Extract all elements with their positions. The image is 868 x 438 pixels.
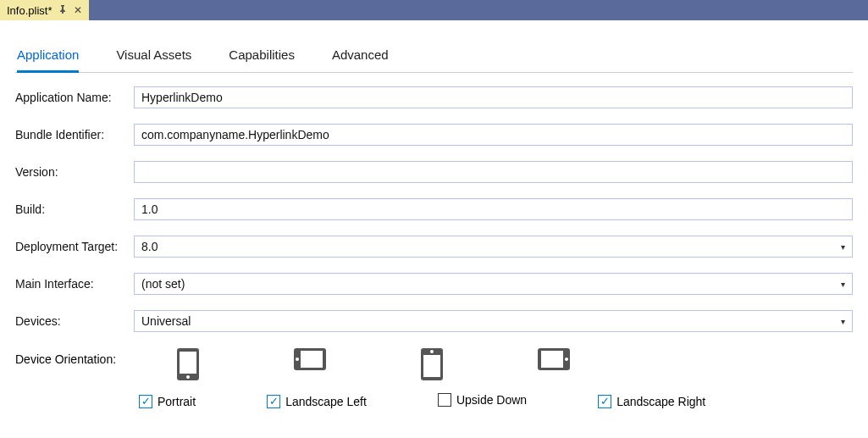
label-app-name: Application Name: [15,91,134,104]
close-icon[interactable]: ✕ [74,4,82,16]
landscape-left-label: Landscape Left [285,395,367,408]
svg-point-11 [565,358,568,361]
checkbox-empty-icon [438,393,451,407]
landscape-left-checkbox[interactable]: ✓ Landscape Left [267,395,367,408]
file-tab[interactable]: Info.plist* ✕ [0,0,89,20]
main-interface-select[interactable]: (not set) ▾ [134,273,853,295]
landscape-right-label: Landscape Right [616,395,705,408]
landscape-right-icon [537,347,571,381]
file-tab-name: Info.plist* [7,4,52,17]
tab-capabilities[interactable]: Capabilities [229,42,295,73]
label-devices: Devices: [15,314,134,328]
devices-select[interactable]: Universal ▾ [134,310,853,332]
landscape-right-checkbox[interactable]: ✓ Landscape Right [598,395,705,408]
editor-tabs: Application Visual Assets Capabilities A… [15,36,853,73]
portrait-checkbox[interactable]: ✓ Portrait [139,395,196,408]
chevron-down-icon: ▾ [841,242,845,252]
chevron-down-icon: ▾ [841,317,845,326]
upside-down-icon [420,347,444,381]
app-name-input[interactable] [134,86,853,108]
version-input[interactable] [134,161,853,183]
portrait-icon [176,347,200,381]
bundle-id-input[interactable] [134,124,853,146]
svg-point-2 [186,375,190,379]
deployment-target-value: 8.0 [141,240,158,253]
label-version: Version: [15,165,134,179]
upside-down-checkbox[interactable]: Upside Down [438,393,527,407]
svg-rect-10 [541,351,563,368]
deployment-target-select[interactable]: 8.0 ▾ [134,236,853,258]
editor-pane: Application Visual Assets Capabilities A… [0,20,868,418]
portrait-label: Portrait [158,395,196,408]
application-form: Application Name: Bundle Identifier: Ver… [15,73,853,409]
svg-rect-4 [301,351,323,368]
upside-down-label: Upside Down [456,393,527,407]
tab-advanced[interactable]: Advanced [332,42,389,73]
pin-icon[interactable] [58,4,67,16]
svg-rect-7 [423,355,440,377]
label-main-interface: Main Interface: [15,277,134,291]
main-interface-value: (not set) [141,277,185,291]
label-deployment: Deployment Target: [15,240,134,253]
checkmark-icon: ✓ [598,395,611,408]
chevron-down-icon: ▾ [841,280,845,289]
titlebar: Info.plist* ✕ [0,0,868,20]
landscape-left-icon [293,347,327,381]
checkmark-icon: ✓ [267,395,280,408]
svg-rect-1 [180,352,196,374]
tab-visual-assets[interactable]: Visual Assets [116,42,191,73]
label-bundle-id: Bundle Identifier: [15,128,134,141]
tab-application[interactable]: Application [17,42,79,73]
checkmark-icon: ✓ [139,395,152,408]
svg-point-8 [430,350,434,353]
devices-value: Universal [141,314,191,328]
label-build: Build: [15,202,134,216]
build-input[interactable] [134,198,853,220]
svg-point-5 [296,358,299,361]
label-orientation: Device Orientation: [15,347,134,366]
